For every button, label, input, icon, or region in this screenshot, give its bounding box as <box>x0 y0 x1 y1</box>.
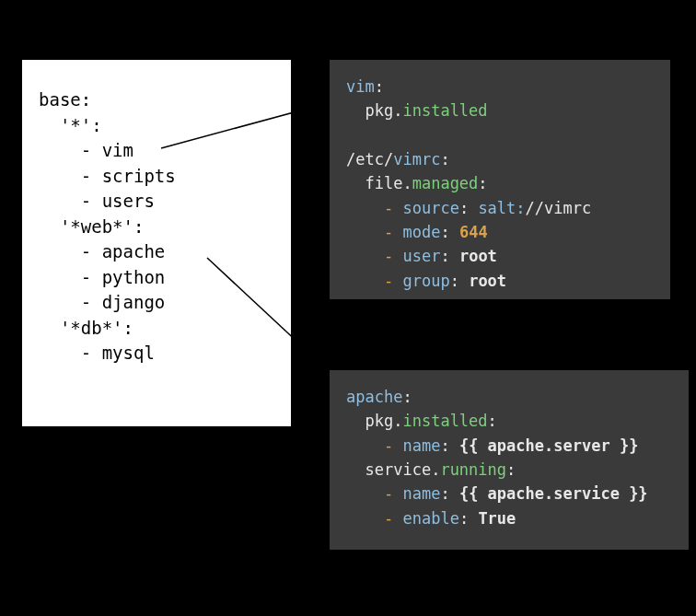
name-key: name <box>402 484 440 503</box>
dash-icon: - <box>384 223 393 241</box>
web-item-0: apache <box>102 241 166 262</box>
vimrc-path-prefix: /etc/ <box>346 150 393 169</box>
enable-val: True <box>478 509 516 528</box>
name-key: name <box>402 436 440 455</box>
installed-text: installed <box>402 101 487 120</box>
user-val: root <box>459 247 497 265</box>
dash-icon: - <box>384 247 393 265</box>
group-key: group <box>402 272 449 290</box>
name-server-val: {{ apache.server }} <box>459 436 638 455</box>
service-text: service <box>365 460 431 479</box>
enable-key: enable <box>402 509 458 528</box>
star-item-2: users <box>102 191 155 211</box>
star-item-0: vim <box>102 140 133 160</box>
dash-icon: - <box>384 199 393 217</box>
managed-text: managed <box>412 174 479 192</box>
file-text: file <box>365 174 402 192</box>
group-val: root <box>469 272 506 290</box>
dash-icon: - <box>384 272 393 290</box>
topfile-panel: base: '*': - vim - scripts - users '*web… <box>22 60 291 426</box>
star-item-1: scripts <box>102 166 176 186</box>
mode-key: mode <box>402 223 440 241</box>
db-key: '*db*': <box>60 318 133 338</box>
vim-key: vim <box>346 77 375 96</box>
vimrc-key: vimrc <box>393 150 440 169</box>
vim-state-panel: vim: pkg.installed /etc/vimrc: file.mana… <box>330 60 670 299</box>
dash-icon: - <box>384 509 393 528</box>
web-item-1: python <box>102 267 166 287</box>
running-text: running <box>440 460 506 479</box>
base-key: base: <box>39 89 91 110</box>
web-key: '*web*': <box>60 216 145 237</box>
installed-text: installed <box>402 412 487 430</box>
source-val-suffix: //vimrc <box>526 199 592 217</box>
star-key: '*': <box>60 115 102 135</box>
pkg-text: pkg <box>365 412 393 430</box>
apache-key: apache <box>346 388 402 406</box>
source-val-prefix: salt: <box>478 199 525 217</box>
user-key: user <box>402 247 440 265</box>
name-service-val: {{ apache.service }} <box>459 484 648 503</box>
mode-val: 644 <box>459 223 488 241</box>
dash-icon: - <box>384 484 393 503</box>
source-key: source <box>402 199 458 217</box>
db-item-0: mysql <box>102 343 155 363</box>
dash-icon: - <box>384 436 393 455</box>
apache-state-panel: apache: pkg.installed: - name: {{ apache… <box>330 370 689 550</box>
pkg-text: pkg <box>365 101 393 120</box>
web-item-2: django <box>102 292 166 312</box>
